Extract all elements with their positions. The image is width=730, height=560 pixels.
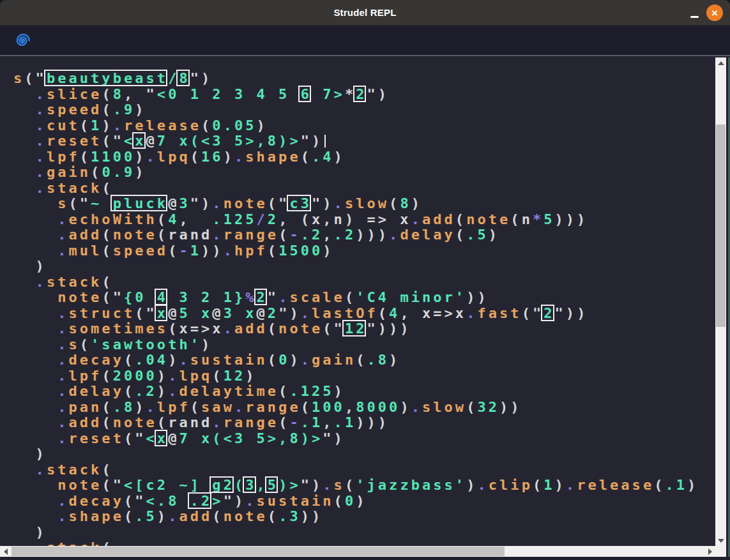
code-line: .stack( xyxy=(13,275,715,291)
code-line: .mul(speed(-1)).hpf(1500) xyxy=(13,243,715,259)
code-token: ") xyxy=(367,86,389,102)
toolbar xyxy=(0,26,730,56)
code-token: . xyxy=(36,102,47,117)
code-token: . xyxy=(57,508,68,524)
code-token: s xyxy=(334,477,345,493)
horizontal-scroll-thumb[interactable] xyxy=(11,547,505,556)
code-token: speed xyxy=(113,243,168,259)
code-token: gain xyxy=(312,352,356,368)
titlebar[interactable]: Strudel REPL × xyxy=(0,0,730,26)
active-token: 2 xyxy=(544,305,554,321)
code-token: ")) xyxy=(555,305,588,321)
code-token: stack xyxy=(47,274,102,290)
code-token: .5 xyxy=(466,227,489,243)
code-token: )) xyxy=(301,508,323,524)
active-token: 8 xyxy=(179,70,190,86)
code-token: ( xyxy=(301,399,312,415)
code-token: . xyxy=(146,399,157,415)
close-icon: × xyxy=(706,4,723,21)
minimize-button[interactable] xyxy=(684,0,704,26)
code-token: hpf xyxy=(234,243,268,259)
code-line: s("beautybeast/8") xyxy=(13,71,715,87)
code-token: @ xyxy=(257,305,268,321)
code-line: note("{0 4 3 2 1}%2".scale('C4 minor')) xyxy=(13,290,715,306)
scroll-left-button[interactable] xyxy=(0,546,11,557)
code-token: ) xyxy=(466,477,477,493)
code-token: gain xyxy=(47,164,91,180)
active-token: c3 xyxy=(289,195,312,211)
code-token: .3 xyxy=(278,508,301,524)
code-token: )) xyxy=(499,399,522,415)
code-token: ( xyxy=(102,227,112,243)
code-token: ( xyxy=(268,243,278,259)
code-token: 3 xyxy=(179,195,190,211)
scrollbar-corner xyxy=(715,546,726,557)
horizontal-scrollbar[interactable] xyxy=(0,546,715,557)
code-token: . xyxy=(57,430,68,446)
code-token: < xyxy=(146,430,157,446)
code-token: . xyxy=(224,243,234,259)
code-token: 8 xyxy=(113,86,124,102)
code-token: . xyxy=(212,227,223,243)
code-token: ") xyxy=(190,195,213,211)
code-token: .2 xyxy=(135,383,157,399)
code-token: / xyxy=(257,211,268,227)
code-token: .2 xyxy=(334,227,356,243)
code-token: 0 xyxy=(278,352,289,368)
code-token: - xyxy=(289,414,300,430)
scroll-down-button[interactable] xyxy=(715,535,726,546)
code-token: decay xyxy=(68,493,123,509)
active-token: x xyxy=(135,133,146,149)
window-title: Strudel REPL xyxy=(333,7,396,18)
code-token: . xyxy=(179,352,190,368)
code-token xyxy=(13,508,57,524)
code-area[interactable]: s("beautybeast/8") .slice(8, "<0 1 2 3 4… xyxy=(0,57,715,546)
code-line: .add(note(rand.range(-.2,.2))).delay(.5) xyxy=(13,227,715,243)
code-token: ( xyxy=(268,321,278,337)
active-token: beautybeast xyxy=(47,70,168,86)
code-token: add xyxy=(234,321,268,337)
code-token: . xyxy=(411,211,422,227)
code-token: ) xyxy=(201,337,212,352)
code-token: , xyxy=(179,211,212,227)
code-token: @ xyxy=(212,305,223,321)
code-token: ) xyxy=(334,383,345,399)
vertical-scroll-thumb[interactable] xyxy=(716,125,726,327)
code-token: @ xyxy=(168,305,179,321)
code-token: (" xyxy=(102,289,124,305)
code-token: ( xyxy=(455,211,466,227)
code-token: s xyxy=(57,195,68,211)
code-token: . xyxy=(146,149,157,165)
code-token xyxy=(13,368,57,384)
arrow-up-icon xyxy=(718,61,724,65)
code-token: ( xyxy=(301,149,312,165)
code-token: ) xyxy=(135,164,146,180)
scroll-up-button[interactable] xyxy=(715,57,726,68)
scroll-right-button[interactable] xyxy=(704,546,715,557)
code-token: lpq xyxy=(179,368,212,384)
code-token: 2000 xyxy=(113,368,157,384)
close-button[interactable]: × xyxy=(704,0,725,26)
code-token: ) xyxy=(323,243,333,259)
code-token: . xyxy=(113,117,124,133)
code-token: . xyxy=(245,493,256,509)
code-token: . xyxy=(389,227,400,243)
code-token xyxy=(13,305,57,321)
code-token: @ xyxy=(146,133,157,149)
code-token: ( xyxy=(345,477,356,493)
code-token: ) xyxy=(257,117,268,133)
code-token: ))) xyxy=(356,414,389,430)
code-line: .s('sawtooth') xyxy=(13,337,715,353)
code-token: sometimes xyxy=(68,321,168,337)
code-token: ) xyxy=(13,446,47,462)
code-token: "))) xyxy=(367,321,411,337)
code-line: .gain(0.9) xyxy=(13,165,715,181)
vertical-scrollbar[interactable] xyxy=(715,57,726,546)
strudel-spiral-icon[interactable] xyxy=(13,31,31,50)
code-token: add xyxy=(179,508,212,524)
code-token: .1 xyxy=(301,414,323,430)
strudel-repl-window: Strudel REPL × s("beautybeast/8") .slice… xyxy=(0,0,730,560)
code-token: 7 x(<3 5>,8)> xyxy=(179,430,323,446)
code-token: s xyxy=(13,70,24,86)
code-token: . xyxy=(301,305,312,321)
